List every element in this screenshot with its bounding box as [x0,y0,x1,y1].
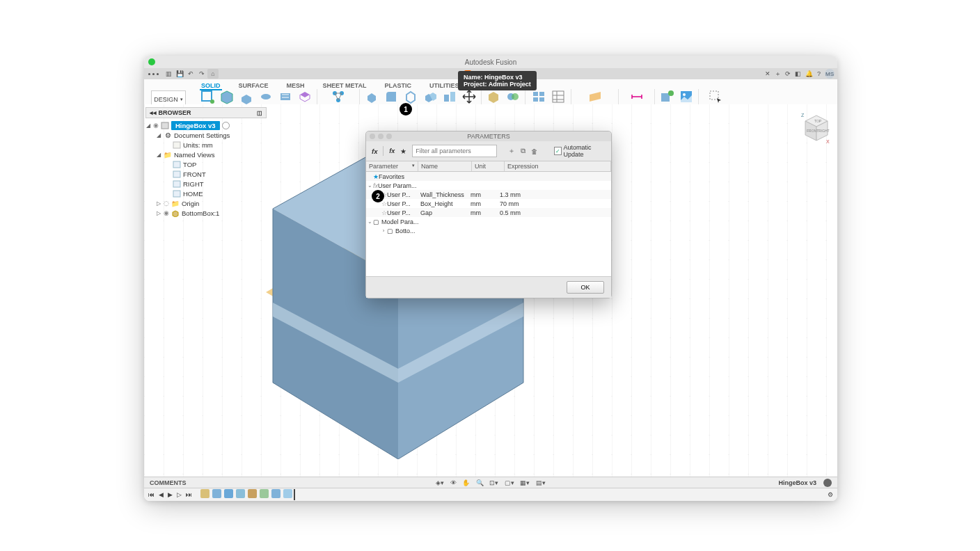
sketch-icon[interactable] [200,89,215,104]
tree-view-front[interactable]: FRONT [145,169,267,179]
zoom-icon[interactable]: 🔍 [476,479,484,486]
row-user-params[interactable]: ⌄fx User Param... [366,181,611,190]
fx-small-icon[interactable]: fx [389,147,395,154]
revolve-icon[interactable] [258,89,274,104]
status-bar: COMMENTS ◈▾ 👁 ✋ 🔍 ⊡▾ ▢▾ ▦▾ ▤▾ HingeBox v… [144,477,837,488]
share-icon[interactable] [823,479,832,487]
row-model-child[interactable]: › ▢ Botto... [366,226,611,235]
form-icon[interactable] [297,89,313,104]
col-name[interactable]: Name [418,161,472,171]
display-icon[interactable]: ▢▾ [505,479,514,486]
timeline-play-icon[interactable]: ▶ [168,491,173,498]
shell-icon[interactable] [403,89,418,104]
grid-display-icon[interactable]: ▦▾ [520,479,530,486]
plane-icon[interactable] [587,89,603,104]
tree-root-label: HingeBox v3 [171,121,220,130]
user-avatar[interactable]: MS [825,69,835,79]
insert-decal-icon[interactable] [679,89,694,104]
joint-icon[interactable] [505,89,521,104]
tree-view-right[interactable]: RIGHT [145,179,267,189]
fx-icon[interactable]: fx [372,147,377,155]
tree-component[interactable]: ▷◉ BottomBox:1 [145,208,267,218]
traffic-light-green[interactable] [148,58,155,65]
timeline-start-icon[interactable]: ⏮ [148,491,155,498]
delete-param-icon[interactable]: 🗑 [531,147,538,155]
timeline-end-icon[interactable]: ⏭ [186,491,192,498]
box-icon[interactable] [219,89,235,104]
timeline-back-icon[interactable]: ◀ [159,491,164,498]
look-icon[interactable]: 👁 [450,479,457,486]
timeline-step[interactable] [283,489,292,498]
copy-param-icon[interactable]: ⧉ [521,147,525,155]
configure-icon[interactable] [531,89,546,104]
tree-view-top[interactable]: TOP [145,159,267,169]
row-model-params[interactable]: ⌄ ▢ Model Para... [366,217,611,226]
orbit-icon[interactable]: ◈▾ [436,479,444,486]
tree-units[interactable]: Units: mm [145,140,267,150]
tree-named-views[interactable]: ◢ 📁 Named Views [145,150,267,159]
filter-input[interactable] [412,145,497,157]
extrude-icon[interactable] [239,89,254,104]
emboss-icon[interactable] [278,89,293,104]
new-tab-icon[interactable]: ＋ [775,70,781,79]
fillet-icon[interactable] [384,89,399,104]
tree-origin[interactable]: ▷◌ 📁 Origin [145,198,267,208]
app-menu-icon[interactable] [144,73,163,75]
parameters-icon[interactable] [551,89,566,104]
tree-root-activate[interactable] [222,122,230,129]
automate-icon[interactable] [331,89,346,104]
timeline-step[interactable] [260,489,269,498]
extensions-icon[interactable]: ◧ [795,70,801,77]
timeline-playhead[interactable] [294,489,295,500]
insert-derive-icon[interactable] [659,89,674,104]
param-row[interactable]: ☆ User P... Gap mm 0.5 mm [366,208,611,217]
measure-icon[interactable] [629,89,645,104]
refresh-icon[interactable]: ⟳ [785,70,791,77]
combine-icon[interactable] [422,89,438,104]
data-panel-icon[interactable]: ▥ [163,69,174,79]
col-expression[interactable]: Expression [505,161,611,171]
favorite-filter-icon[interactable]: ★ [400,147,406,155]
add-param-icon[interactable]: ＋ [508,147,515,156]
select-icon[interactable] [708,89,723,104]
timeline-steps[interactable] [200,489,295,500]
notifications-icon[interactable]: 🔔 [805,70,813,77]
timeline-step[interactable] [200,489,210,498]
timeline-fwd-icon[interactable]: ▷ [177,491,182,498]
param-row[interactable]: ☆ User P... Box_Height mm 70 mm [366,199,611,208]
col-unit[interactable]: Unit [472,161,505,171]
timeline-step[interactable] [236,489,245,498]
undo-icon[interactable]: ↶ [185,69,196,79]
timeline-step[interactable] [224,489,233,498]
tree-view-home[interactable]: HOME [145,189,267,198]
timeline-step[interactable] [212,489,221,498]
move-icon[interactable] [461,89,477,104]
col-parameter[interactable]: Parameter ▾ [366,161,418,171]
redo-icon[interactable]: ↷ [196,69,207,79]
press-pull-icon[interactable] [364,89,379,104]
timeline-settings-icon[interactable]: ⚙ [828,491,833,498]
tree-root[interactable]: ◢◉ HingeBox v3 [145,120,267,130]
tree-doc-settings[interactable]: ◢ ⚙ Document Settings [145,130,267,140]
dialog-title[interactable]: PARAMETERS [366,131,611,141]
viewport-icon[interactable]: ▤▾ [536,479,546,486]
help-icon[interactable]: ? [817,70,821,77]
auto-update-toggle[interactable]: ✓ Automatic Update [554,144,606,158]
dialog-traffic-lights[interactable] [370,134,392,139]
save-icon[interactable]: 💾 [174,69,185,79]
param-row[interactable]: ☆ User P... Wall_Thickness mm 1.3 mm [366,190,611,199]
close-tab-icon[interactable]: ✕ [765,70,770,77]
fit-icon[interactable]: ⊡▾ [489,479,498,486]
component-icon[interactable] [486,89,501,104]
timeline-step[interactable] [271,489,280,498]
viewcube[interactable]: TOP FRONT RIGHT Z X [797,111,828,142]
row-favorites[interactable]: ★ Favorites [366,172,611,181]
pan-icon[interactable]: ✋ [462,479,470,486]
timeline-step[interactable] [248,489,257,498]
comments-toggle[interactable]: COMMENTS [144,479,192,486]
ok-button[interactable]: OK [567,281,604,294]
home-tab-icon[interactable]: ⌂ [207,69,219,79]
browser-expand-icon[interactable]: ◫ [257,110,262,116]
browser-header[interactable]: ◂◂ BROWSER ◫ [145,107,267,118]
align-icon[interactable] [442,89,457,104]
